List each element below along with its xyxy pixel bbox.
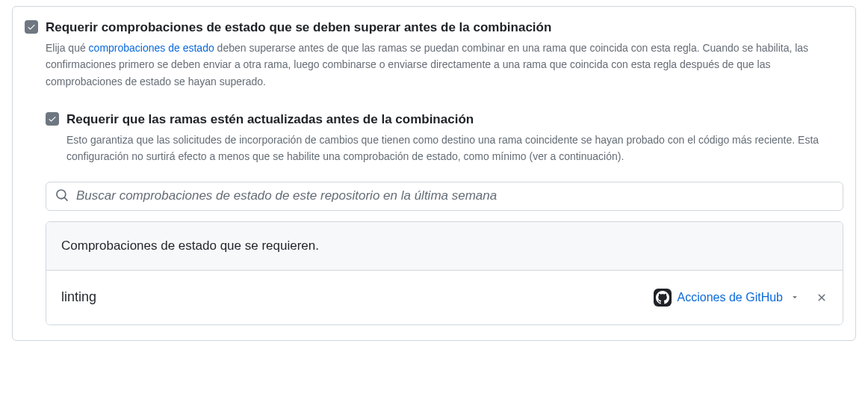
- status-check-search-row: [46, 182, 843, 211]
- check-icon: [48, 114, 57, 123]
- require-status-checks-title: Requerir comprobaciones de estado que se…: [46, 19, 843, 37]
- require-status-checks-setting: Requerir comprobaciones de estado que se…: [25, 19, 843, 90]
- status-check-search-input[interactable]: [76, 188, 834, 203]
- desc-prefix: Elija qué: [46, 42, 89, 54]
- remove-check-button[interactable]: [816, 292, 828, 304]
- check-source-label: Acciones de GitHub: [678, 291, 783, 304]
- required-checks-header: Comprobaciones de estado que se requiere…: [46, 222, 843, 271]
- close-icon: [816, 292, 828, 304]
- status-checks-link[interactable]: comprobaciones de estado: [89, 42, 214, 54]
- check-source-dropdown[interactable]: Acciones de GitHub: [654, 289, 799, 307]
- required-checks-panel: Comprobaciones de estado que se requiere…: [46, 221, 843, 325]
- status-check-search-wrap[interactable]: [46, 182, 843, 211]
- caret-down-icon: [790, 292, 799, 304]
- require-status-checks-description: Elija qué comprobaciones de estado deben…: [46, 40, 843, 90]
- require-up-to-date-title: Requerir que las ramas estén actualizada…: [66, 111, 843, 129]
- require-up-to-date-description: Esto garantiza que las solicitudes de in…: [66, 132, 843, 165]
- github-icon: [654, 289, 672, 307]
- require-status-checks-checkbox[interactable]: [25, 20, 38, 34]
- search-icon: [55, 188, 69, 204]
- required-check-row: linting Acciones de GitHub: [46, 271, 843, 324]
- require-up-to-date-checkbox[interactable]: [46, 112, 59, 126]
- require-up-to-date-setting: Requerir que las ramas estén actualizada…: [46, 111, 843, 165]
- check-name: linting: [61, 289, 654, 305]
- branch-protection-panel: Requerir comprobaciones de estado que se…: [12, 6, 856, 341]
- check-icon: [27, 22, 36, 31]
